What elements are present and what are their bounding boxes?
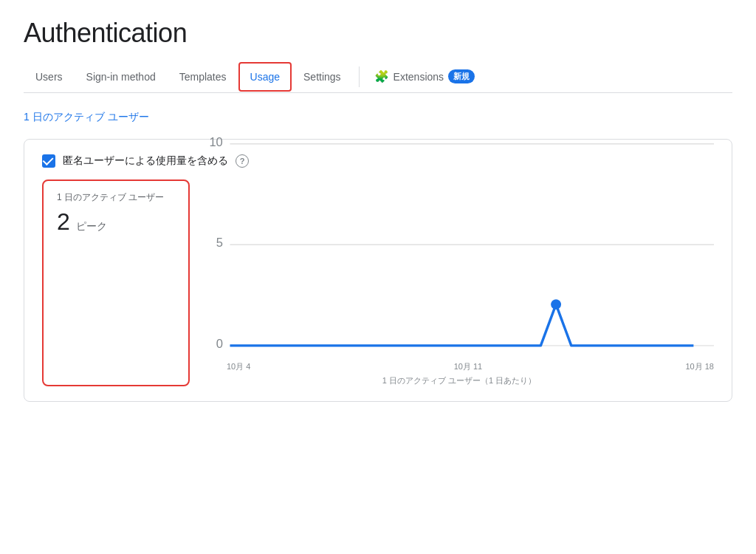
tabs-bar: Users Sign-in method Templates Usage Set… xyxy=(24,61,732,93)
stat-card-value-row: 2 ピーク xyxy=(57,208,175,236)
anonymous-usage-checkbox[interactable] xyxy=(42,154,55,168)
svg-text:0: 0 xyxy=(216,337,223,351)
chart-svg-wrapper: 10 5 0 xyxy=(205,131,714,358)
page-title: Authentication xyxy=(24,18,732,49)
line-chart: 10 5 0 xyxy=(205,131,714,358)
tab-divider xyxy=(359,66,360,87)
x-label-2: 10月 18 xyxy=(685,361,714,372)
extensions-badge: 新規 xyxy=(448,69,475,83)
x-label-1: 10月 11 xyxy=(454,361,483,372)
stat-card-label: 1 日のアクティブ ユーザー xyxy=(57,191,175,204)
tab-usage[interactable]: Usage xyxy=(238,62,292,92)
checkbox-label: 匿名ユーザーによる使用量を含める xyxy=(63,154,228,168)
stat-suffix: ピーク xyxy=(76,220,107,233)
x-label-0: 10月 4 xyxy=(227,361,250,372)
stat-card: 1 日のアクティブ ユーザー 2 ピーク xyxy=(42,179,190,386)
page-container: Authentication Users Sign-in method Temp… xyxy=(0,0,756,431)
chart-container: 10 5 0 10 xyxy=(205,179,714,386)
tab-extensions[interactable]: 🧩 Extensions 新規 xyxy=(365,61,484,92)
svg-point-6 xyxy=(551,300,561,310)
section-title: 1 日のアクティブ ユーザー xyxy=(24,111,732,124)
tab-signin-method[interactable]: Sign-in method xyxy=(75,62,168,92)
tab-templates[interactable]: Templates xyxy=(168,62,238,92)
tab-users[interactable]: Users xyxy=(24,62,75,92)
tab-settings[interactable]: Settings xyxy=(292,62,353,92)
chart-x-title: 1 日のアクティブ ユーザー（1 日あたり） xyxy=(205,375,714,386)
svg-text:5: 5 xyxy=(216,236,223,250)
content-card: 匿名ユーザーによる使用量を含める ? 1 日のアクティブ ユーザー 2 ピーク … xyxy=(24,139,732,402)
stat-number: 2 xyxy=(57,208,70,236)
svg-text:10: 10 xyxy=(209,135,222,149)
extensions-label: Extensions xyxy=(394,71,444,83)
chart-x-labels: 10月 4 10月 11 10月 18 xyxy=(205,358,714,374)
chart-area: 1 日のアクティブ ユーザー 2 ピーク 10 5 0 xyxy=(42,179,714,386)
extensions-icon: 🧩 xyxy=(374,69,389,83)
